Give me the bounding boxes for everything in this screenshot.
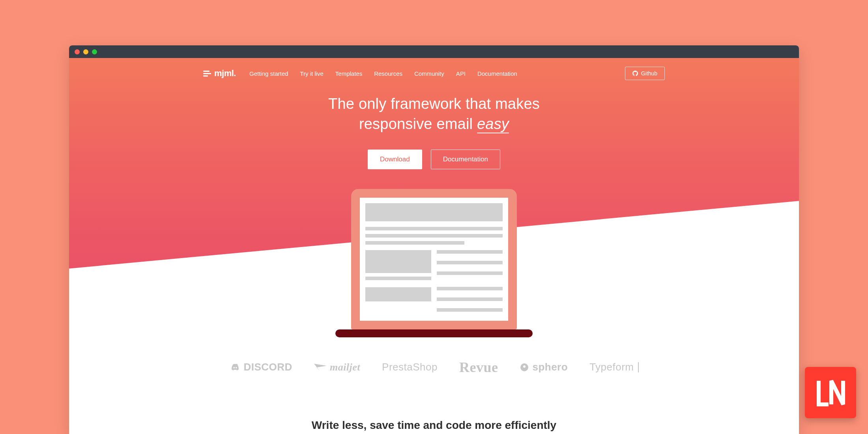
headline-line1: The only framework that makes: [69, 94, 799, 114]
brand-revue: Revue: [459, 359, 498, 376]
brand-typeform: Typeform: [589, 361, 638, 373]
brand-prestashop: PrestaShop: [382, 361, 438, 373]
sphero-icon: [520, 363, 529, 372]
ln-logo-icon: [815, 377, 846, 408]
typeform-cursor-icon: [638, 362, 639, 372]
top-nav: mjml. Getting started Try it live Templa…: [69, 58, 799, 84]
laptop-screen: [360, 198, 508, 321]
nav-getting-started[interactable]: Getting started: [249, 70, 288, 77]
laptop-illustration: [351, 189, 517, 337]
logo-mark-icon: [203, 71, 211, 77]
github-button[interactable]: Github: [625, 67, 665, 80]
github-icon: [632, 71, 638, 76]
window-minimize-icon[interactable]: [83, 49, 88, 54]
discord-icon: [230, 363, 241, 372]
nav-api[interactable]: API: [456, 70, 466, 77]
corner-badge[interactable]: [805, 367, 856, 418]
brand-logo-row: DISCORD mailjet PrestaShop Revue sphero …: [69, 359, 799, 376]
page-content: mjml. Getting started Try it live Templa…: [69, 58, 799, 434]
brand-logo[interactable]: mjml.: [203, 68, 236, 79]
headline-line2: responsive email easy: [69, 114, 799, 134]
hero-headline: The only framework that makes responsive…: [69, 94, 799, 135]
nav-templates[interactable]: Templates: [335, 70, 362, 77]
brand-discord: DISCORD: [230, 361, 292, 373]
nav-resources[interactable]: Resources: [374, 70, 402, 77]
download-button[interactable]: Download: [368, 150, 422, 169]
brand-name: mjml.: [214, 68, 236, 79]
nav-documentation[interactable]: Documentation: [477, 70, 517, 77]
nav-community[interactable]: Community: [414, 70, 444, 77]
github-label: Github: [641, 70, 657, 77]
window-close-icon[interactable]: [75, 49, 80, 54]
mailjet-icon: [314, 364, 327, 371]
hero-cta-row: Download Documentation: [69, 150, 799, 169]
browser-window: mjml. Getting started Try it live Templa…: [69, 45, 799, 434]
window-titlebar: [69, 45, 799, 58]
nav-links: Getting started Try it live Templates Re…: [249, 70, 517, 77]
documentation-button[interactable]: Documentation: [431, 150, 500, 169]
laptop-base: [335, 329, 533, 337]
laptop-body: [351, 189, 517, 329]
brand-mailjet: mailjet: [314, 361, 360, 373]
svg-point-1: [523, 365, 526, 368]
headline-emphasis: easy: [477, 116, 509, 133]
brand-sphero: sphero: [520, 361, 568, 373]
section-tagline: Write less, save time and code more effi…: [69, 419, 799, 432]
window-maximize-icon[interactable]: [92, 49, 97, 54]
nav-try-it-live[interactable]: Try it live: [300, 70, 323, 77]
